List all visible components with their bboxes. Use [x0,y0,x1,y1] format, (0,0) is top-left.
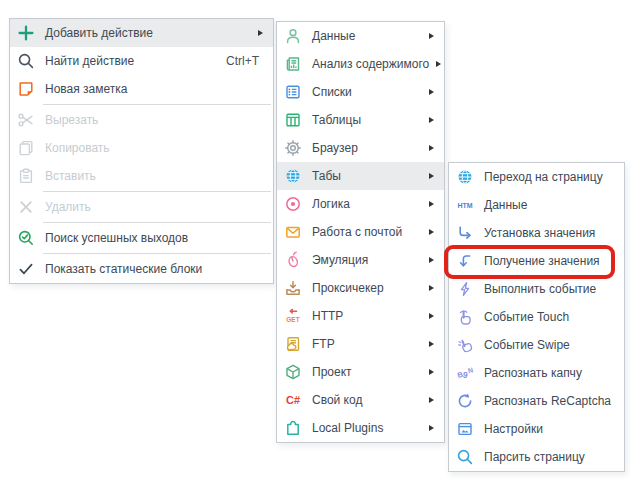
check-icon [16,259,36,279]
menu-item-emulation[interactable]: Эмуляция [277,246,444,274]
menu-item-search-successful-exits[interactable]: Поиск успешных выходов [10,224,273,252]
menu-item-recognize-captcha[interactable]: B9NРаспознать капчу [449,359,624,387]
menu-item-browser[interactable]: Браузер [277,134,444,162]
menu-item-label: Событие Touch [484,310,569,324]
menu-item-content-analysis[interactable]: Анализ содержимого [277,50,444,78]
submenu-arrow-icon [422,229,440,235]
menu-item-add-action[interactable]: Добавить действие [10,19,273,47]
menu-item-http[interactable]: GETHTTP [277,302,444,330]
menu-separator [43,191,271,192]
svg-text:GET: GET [286,316,299,323]
menu-item-ftp[interactable]: FTP [277,330,444,358]
submenu-arrow-icon [422,425,440,431]
context-menu: Добавить действиеНайти действиеCtrl+TНов… [9,18,274,284]
svg-text:C#: C# [286,394,300,406]
refresh-icon [455,391,475,411]
submenu-arrow-icon [422,145,440,151]
menu-item-label: Local Plugins [312,421,383,435]
menu-item-email[interactable]: Работа с почтой [277,218,444,246]
svg-text:N: N [467,366,473,374]
window-image-icon [455,419,475,439]
menu-item-tabs[interactable]: Табы [277,162,444,190]
proxy-icon [283,278,303,298]
menu-item-lists[interactable]: Списки [277,78,444,106]
delete-x-icon [16,197,36,217]
menu-item-touch-event[interactable]: Событие Touch [449,303,624,331]
menu-item-settings[interactable]: Настройки [449,415,624,443]
list-icon [283,82,303,102]
menu-item-find-action[interactable]: Найти действиеCtrl+T [10,47,273,75]
menu-item-label: Получение значения [484,254,600,268]
menu-item-label: Добавить действие [45,26,153,40]
menu-item-new-note[interactable]: Новая заметка [10,75,273,103]
search-success-icon [16,228,36,248]
mouse-icon [283,250,303,270]
menu-item-label: FTP [312,337,335,351]
lightning-icon [455,279,475,299]
plus-icon [16,23,36,43]
cube-icon [283,362,303,382]
menu-item-tables[interactable]: Таблицы [277,106,444,134]
menu-item-label: Табы [312,169,341,183]
menu-item-set-value[interactable]: Установка значения [449,219,624,247]
scissors-icon [16,110,36,130]
menu-item-label: Таблицы [312,113,361,127]
submenu-arrow-icon [251,30,269,36]
menu-item-get-value[interactable]: Получение значения [449,247,624,275]
mail-icon [283,222,303,242]
menu-item-label: Новая заметка [45,82,127,96]
menu-item-go-to-page[interactable]: Переход на страницу [449,163,624,191]
menu-item-label: Парсить страницу [484,450,585,464]
menu-item-label: Переход на страницу [484,170,603,184]
menu-item-data[interactable]: Данные [277,22,444,50]
menu-item-label: Удалить [45,200,91,214]
menu-item-execute-event[interactable]: Выполнить событие [449,275,624,303]
menu-separator [43,104,271,105]
submenu-arrow-icon [422,397,440,403]
submenu-arrow-icon [422,285,440,291]
menu-item-own-code[interactable]: C#Свой код [277,386,444,414]
menu-item-label: Списки [312,85,352,99]
svg-text:HTM: HTM [457,202,472,209]
menu-separator [43,253,271,254]
submenu-arrow-icon [422,89,440,95]
menu-item-label: Анализ содержимого [312,57,429,71]
submenu-arrow-icon [422,117,440,123]
menu-item-label: Данные [312,29,355,43]
swipe-hand-icon [455,335,475,355]
menu-separator [43,222,271,223]
menu-item-cut: Вырезать [10,106,273,134]
menu-item-recognize-recaptcha[interactable]: Распознать ReCaptcha [449,387,624,415]
gear-icon [283,138,303,158]
submenu-arrow-icon [422,173,440,179]
search-icon [16,51,36,71]
menu-item-local-plugins[interactable]: Local Plugins [277,414,444,442]
content-analysis-icon [283,54,303,74]
shortcut-label: Ctrl+T [226,54,273,68]
menu-item-label: Вырезать [45,113,98,127]
ftp-icon [283,334,303,354]
menu-item-project[interactable]: Проект [277,358,444,386]
menu-item-parse-page[interactable]: Парсить страницу [449,443,624,471]
menu-item-tab-data[interactable]: HTMДанные [449,191,624,219]
paste-icon [16,166,36,186]
tabs-submenu: Переход на страницуHTMДанныеУстановка зн… [448,162,625,472]
submenu-arrow-icon [422,369,440,375]
menu-item-proxychecker[interactable]: Проксичекер [277,274,444,302]
menu-item-swipe-event[interactable]: Событие Swipe [449,331,624,359]
touch-hand-icon [455,307,475,327]
submenu-arrow-icon [429,61,447,67]
globe-icon [455,167,475,187]
menu-item-logic[interactable]: Логика [277,190,444,218]
htm-icon: HTM [455,195,475,215]
menu-item-label: Данные [484,198,527,212]
menu-item-show-static-blocks[interactable]: Показать статические блоки [10,255,273,283]
globe-icon [283,166,303,186]
menu-item-label: Свой код [312,393,362,407]
http-get-icon: GET [283,306,303,326]
logic-icon [283,194,303,214]
menu-item-label: Вставить [45,169,96,183]
captcha-letters-icon: B9N [455,363,475,383]
set-value-arrow-icon [455,223,475,243]
submenu-arrow-icon [422,201,440,207]
